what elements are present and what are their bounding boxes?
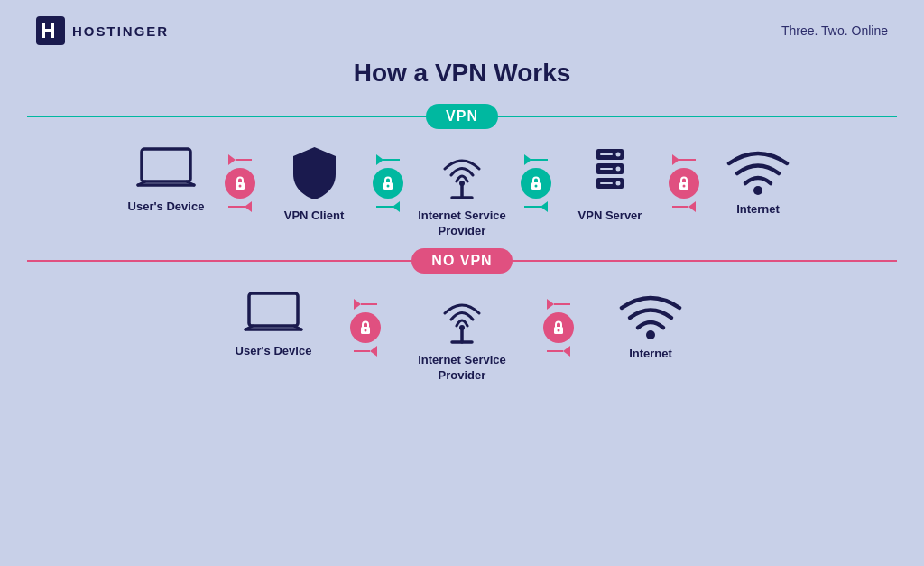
connector-3: [521, 154, 551, 212]
arrow-line: [383, 159, 400, 161]
laptop-icon-2: [242, 290, 305, 337]
arrow-line: [672, 206, 688, 208]
arrow-line: [361, 303, 377, 305]
novpn-device-label: User's Device: [236, 344, 312, 359]
svg-point-8: [387, 185, 390, 188]
svg-point-11: [459, 181, 465, 186]
vpn-device-item: User's Device: [107, 145, 225, 215]
novpn-connector-1: [350, 299, 381, 357]
svg-point-18: [616, 167, 621, 172]
arrow-left-icon: [541, 201, 548, 212]
novpn-divider: NO VPN: [27, 248, 897, 274]
arrow-right-icon: [547, 299, 554, 310]
arrow-line: [354, 350, 370, 352]
arrow-line: [531, 159, 548, 161]
arrow-left-icon: [688, 201, 696, 212]
svg-point-13: [535, 185, 538, 188]
lock-icon: [543, 312, 574, 343]
vpn-client-item: VPN Client: [255, 145, 373, 224]
svg-point-19: [616, 181, 621, 186]
arrow-line: [376, 206, 393, 208]
connector-2: [373, 154, 403, 212]
page-title: How a VPN Works: [0, 59, 924, 88]
svg-point-25: [753, 186, 762, 195]
svg-point-37: [646, 330, 655, 339]
arrow-right-icon: [228, 154, 236, 165]
arrow-right-icon: [376, 154, 383, 165]
novpn-internet-label: Internet: [629, 347, 672, 362]
lock-icon: [669, 168, 699, 199]
vpn-divider: VPN: [27, 104, 897, 129]
vpn-server-label: VPN Server: [578, 209, 642, 224]
novpn-internet-item: Internet: [574, 290, 727, 362]
arrow-right-icon: [672, 154, 679, 165]
arrow-left-icon: [245, 201, 252, 212]
svg-rect-1: [142, 149, 190, 181]
novpn-badge: NO VPN: [411, 248, 512, 274]
svg-point-36: [558, 329, 560, 331]
vpn-internet-item: Internet: [699, 145, 817, 218]
svg-point-31: [365, 329, 367, 331]
svg-point-24: [683, 185, 686, 188]
svg-rect-26: [249, 293, 298, 326]
logo-text: HOSTINGER: [72, 23, 169, 39]
vpn-badge: VPN: [426, 104, 498, 129]
vpn-section: VPN User's Device: [0, 104, 924, 239]
lock-icon: [350, 312, 381, 343]
arrow-line: [228, 206, 245, 208]
svg-point-6: [239, 185, 242, 188]
vpn-items-row: User's Device: [27, 145, 897, 239]
vpn-internet-label: Internet: [736, 202, 780, 218]
arrow-right-icon: [524, 154, 531, 165]
server-icon: [587, 145, 633, 201]
vpn-client-label: VPN Client: [284, 209, 344, 224]
wifi-icon-2: [618, 290, 683, 339]
antenna-icon-2: [434, 290, 490, 346]
arrow-line: [554, 303, 570, 305]
shield-icon: [290, 145, 339, 201]
novpn-section: NO VPN User's Device: [0, 248, 924, 384]
lock-icon: [521, 168, 551, 199]
arrow-line: [679, 159, 696, 161]
arrow-line: [524, 206, 541, 208]
arrow-line: [547, 350, 563, 352]
arrow-left-icon: [370, 346, 377, 357]
svg-point-34: [459, 325, 465, 330]
vpn-isp-item: Internet ServiceProvider: [403, 145, 521, 239]
laptop-icon: [134, 145, 198, 192]
vpn-isp-label: Internet ServiceProvider: [418, 209, 506, 239]
novpn-isp-item: Internet ServiceProvider: [381, 290, 543, 384]
lock-icon: [225, 168, 255, 199]
logo: HOSTINGER: [36, 16, 169, 45]
arrow-left-icon: [393, 201, 400, 212]
connector-4: [669, 154, 699, 212]
antenna-icon: [434, 145, 490, 201]
arrow-line: [236, 159, 252, 161]
novpn-connector-2: [543, 299, 574, 357]
vpn-server-item: VPN Server: [551, 145, 669, 224]
header: HOSTINGER Three. Two. Online: [0, 0, 924, 54]
novpn-device-item: User's Device: [197, 290, 350, 359]
lock-icon: [373, 168, 403, 199]
connector-1: [225, 154, 255, 212]
novpn-items-row: User's Device: [27, 290, 897, 384]
svg-point-17: [616, 153, 621, 157]
tagline: Three. Two. Online: [781, 23, 888, 38]
arrow-right-icon: [354, 299, 361, 310]
vpn-device-label: User's Device: [128, 199, 205, 215]
novpn-isp-label: Internet ServiceProvider: [418, 353, 506, 384]
arrow-left-icon: [563, 346, 570, 357]
hostinger-logo-icon: [36, 16, 65, 45]
wifi-icon: [725, 145, 790, 195]
